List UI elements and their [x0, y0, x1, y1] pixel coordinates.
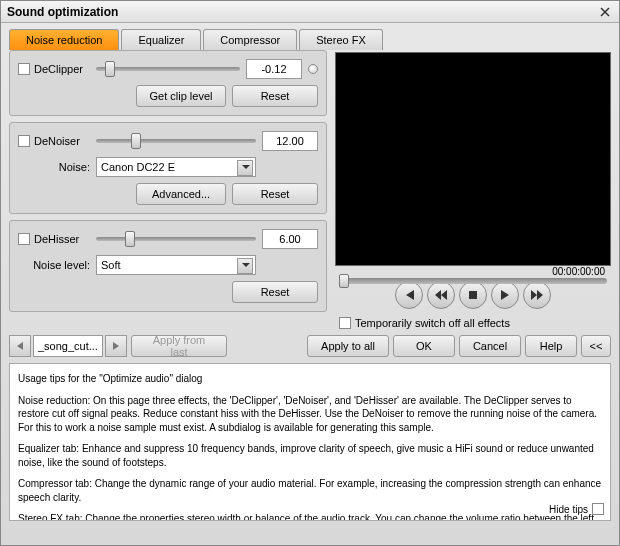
denoiser-checkbox[interactable] [18, 135, 30, 147]
denoiser-advanced-button[interactable]: Advanced... [136, 183, 226, 205]
dehisser-checkbox[interactable] [18, 233, 30, 245]
chevron-down-icon [242, 165, 250, 169]
apply-to-all-button[interactable]: Apply to all [307, 335, 389, 357]
tabs: Noise reduction Equalizer Compressor Ste… [9, 29, 619, 50]
stop-button[interactable] [459, 281, 487, 309]
get-clip-level-button[interactable]: Get clip level [136, 85, 226, 107]
tips-compressor: Compressor tab: Change the dynamic range… [18, 477, 602, 504]
declipper-value[interactable]: -0.12 [246, 59, 302, 79]
play-icon [500, 290, 510, 300]
denoiser-reset-button[interactable]: Reset [232, 183, 318, 205]
prev-song-button[interactable] [9, 335, 31, 357]
timecode: 00:00:00:00 [335, 266, 605, 277]
noise-preset-value: Canon DC22 E [101, 161, 175, 173]
tab-noise-reduction[interactable]: Noise reduction [9, 29, 119, 50]
collapse-button[interactable]: << [581, 335, 611, 357]
forward-button[interactable] [523, 281, 551, 309]
song-name-field[interactable]: _song_cut... [33, 335, 103, 357]
declipper-checkbox[interactable] [18, 63, 30, 75]
next-song-button[interactable] [105, 335, 127, 357]
video-preview [335, 52, 611, 266]
sound-optimization-window: Sound optimization Noise reduction Equal… [0, 0, 620, 546]
play-button[interactable] [491, 281, 519, 309]
dehisser-slider[interactable] [96, 230, 256, 248]
noise-level-select[interactable]: Soft [96, 255, 256, 275]
window-title: Sound optimization [7, 5, 597, 19]
titlebar: Sound optimization [1, 1, 619, 23]
tips-equalizer: Equalizer tab: Enhance and suppress 10 f… [18, 442, 602, 469]
close-icon [600, 7, 610, 17]
scrub-bar[interactable] [339, 278, 607, 284]
denoiser-value[interactable]: 12.00 [262, 131, 318, 151]
temp-switch-label: Temporarily switch off all effects [355, 317, 510, 329]
rewind-button[interactable] [427, 281, 455, 309]
tips-stereo-fx: Stereo FX tab: Change the properties ste… [18, 512, 602, 521]
temp-switch-checkbox[interactable] [339, 317, 351, 329]
hide-tips-checkbox[interactable] [592, 503, 604, 515]
scrub-thumb[interactable] [339, 274, 349, 288]
ok-button[interactable]: OK [393, 335, 455, 357]
arrow-left-icon [15, 342, 25, 350]
tab-stereo-fx[interactable]: Stereo FX [299, 29, 383, 50]
effects-column: DeClipper -0.12 Get clip level Reset [9, 50, 327, 329]
tips-heading: Usage tips for the "Optimize audio" dial… [18, 372, 602, 386]
hide-tips-label: Hide tips [549, 503, 588, 517]
close-button[interactable] [597, 4, 613, 20]
tips-panel: Usage tips for the "Optimize audio" dial… [9, 363, 611, 521]
svg-rect-0 [469, 291, 477, 299]
arrow-right-icon [111, 342, 121, 350]
dehisser-value[interactable]: 6.00 [262, 229, 318, 249]
bottom-bar: _song_cut... Apply from last Apply to al… [1, 329, 619, 363]
rewind-icon [435, 290, 447, 300]
denoiser-slider[interactable] [96, 132, 256, 150]
dehisser-panel: DeHisser 6.00 Noise level: Soft [9, 220, 327, 312]
chevron-down-icon [242, 263, 250, 267]
noise-level-label: Noise level: [18, 259, 90, 271]
tab-equalizer[interactable]: Equalizer [121, 29, 201, 50]
declipper-panel: DeClipper -0.12 Get clip level Reset [9, 50, 327, 116]
denoiser-label: DeNoiser [34, 135, 80, 147]
declipper-reset-button[interactable]: Reset [232, 85, 318, 107]
tips-noise-reduction: Noise reduction: On this page three effe… [18, 394, 602, 435]
dehisser-reset-button[interactable]: Reset [232, 281, 318, 303]
skip-back-icon [403, 290, 415, 300]
tab-compressor[interactable]: Compressor [203, 29, 297, 50]
noise-label: Noise: [18, 161, 90, 173]
skip-back-button[interactable] [395, 281, 423, 309]
dehisser-label: DeHisser [34, 233, 79, 245]
noise-level-value: Soft [101, 259, 121, 271]
noise-preset-select[interactable]: Canon DC22 E [96, 157, 256, 177]
stop-icon [468, 290, 478, 300]
help-button[interactable]: Help [525, 335, 577, 357]
preview-column: 00:00:00:00 Temporarily switch off all e… [335, 50, 611, 329]
transport-controls [335, 281, 611, 309]
cancel-button[interactable]: Cancel [459, 335, 521, 357]
declipper-slider[interactable] [96, 60, 240, 78]
apply-from-last-button[interactable]: Apply from last [131, 335, 227, 357]
declipper-indicator [308, 64, 318, 74]
forward-icon [531, 290, 543, 300]
declipper-label: DeClipper [34, 63, 83, 75]
denoiser-panel: DeNoiser 12.00 Noise: Canon DC22 E [9, 122, 327, 214]
